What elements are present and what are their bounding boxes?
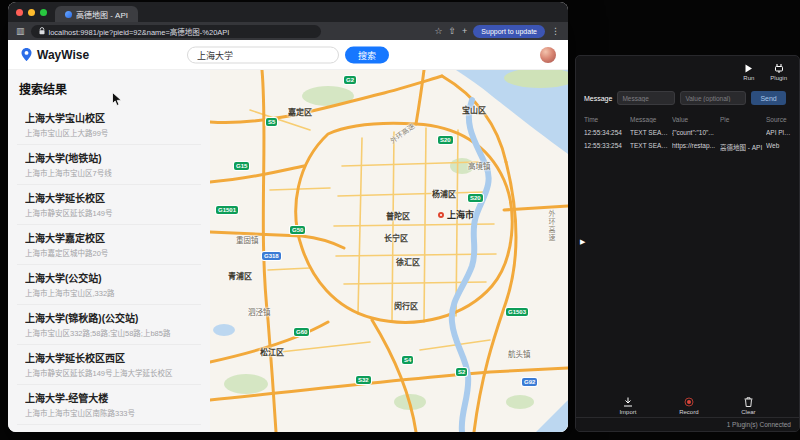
search-result-item[interactable]: 上海大学(锦秋路)(公交站) 上海市宝山区332路;58路;宝山58路;上b85… — [17, 305, 201, 345]
close-window-button[interactable] — [16, 9, 23, 16]
road-badge: S4 — [402, 356, 413, 364]
search-result-item[interactable]: 上海大学(公交站) 上海市上海市宝山区,332路 — [17, 265, 201, 305]
map-label: 普陀区 — [386, 210, 410, 221]
cell-value: https://restap... — [672, 142, 718, 152]
road-badge: G1501 — [216, 206, 238, 214]
search-button[interactable]: 搜索 — [345, 46, 389, 63]
result-title: 上海大学附属学校 — [25, 430, 193, 432]
road-badge: S20 — [468, 194, 483, 202]
map-label: 杨浦区 — [432, 188, 456, 199]
tab-favicon — [65, 11, 72, 18]
addressbar-actions: ☆ ⇧ + Support to update ⋮ — [434, 25, 560, 38]
plugin-button[interactable]: Plugin — [770, 64, 787, 81]
search-result-item[interactable]: 上海大学延长校区 上海市静安区延长路149号 — [17, 185, 201, 225]
result-title: 上海大学延长校区 — [25, 190, 193, 205]
window-controls — [16, 9, 47, 16]
result-address: 上海市静安区延长路149号 — [25, 207, 193, 218]
record-button[interactable]: Record — [679, 397, 698, 415]
highways — [210, 70, 568, 432]
message-compose-row: Message Send — [576, 85, 799, 109]
overflow-menu-icon[interactable]: ⋮ — [551, 27, 560, 36]
road-badge: G1503 — [506, 308, 528, 316]
road-badge: S32 — [356, 376, 371, 384]
lock-icon — [39, 27, 45, 35]
trash-icon — [744, 397, 753, 407]
browser-tabbar: 高德地图 - API — [8, 2, 568, 22]
send-button[interactable]: Send — [751, 91, 785, 105]
result-title: 上海大学-经管大楼 — [25, 390, 193, 405]
table-header-cell: Value — [672, 116, 718, 123]
road-badge: G60 — [294, 328, 309, 336]
road-badge: G92 — [522, 378, 537, 386]
clear-button[interactable]: Clear — [741, 397, 755, 415]
result-title: 上海大学宝山校区 — [25, 110, 193, 125]
run-button[interactable]: Run — [743, 64, 754, 81]
result-title: 上海大学嘉定校区 — [25, 230, 193, 245]
app-title: WayWise — [37, 48, 89, 62]
map-label: 青浦区 — [228, 270, 252, 281]
result-list: 上海大学宝山校区 上海市宝山区上大路99号 上海大学(地铁站) 上海市上海市宝山… — [17, 105, 201, 432]
map-label: 松江区 — [260, 346, 284, 357]
table-header-cell: Pie — [720, 116, 764, 123]
result-title: 上海大学(锦秋路)(公交站) — [25, 310, 193, 325]
table-row[interactable]: 12:55:34:254 TEXT SEARC... {"count":"10"… — [584, 126, 791, 139]
browser-addressbar: ▥ localhost:9981/pie?pieid=92&name=高德地图-… — [8, 22, 568, 40]
url-field[interactable]: localhost:9981/pie?pieid=92&name=高德地图-%2… — [31, 25, 321, 38]
search-result-item[interactable]: 上海大学宝山校区 上海市宝山区上大路99号 — [17, 105, 201, 145]
update-browser-button[interactable]: Support to update — [473, 25, 545, 38]
cell-message: TEXT SEARC... — [630, 129, 670, 136]
table-header-cell: Time — [584, 116, 628, 123]
plugin-debug-panel: Run Plugin Message Send TimeMessageValue… — [575, 55, 800, 432]
map-label: 嘉定区 — [288, 106, 312, 117]
map-label: 长宁区 — [384, 232, 408, 243]
map-basemap — [210, 70, 568, 432]
message-input[interactable] — [617, 91, 675, 105]
table-header-cell: Source — [766, 116, 791, 123]
play-icon — [744, 64, 753, 73]
cell-source: API Plugin — [766, 129, 791, 136]
search-result-item[interactable]: 上海大学延长校区西区 上海市静安区延长路149号上海大学延长校区 — [17, 345, 201, 385]
sidebar-toggle-icon[interactable]: ▥ — [16, 27, 25, 36]
road-badge: S5 — [266, 118, 277, 126]
share-icon[interactable]: ⇧ — [449, 27, 457, 36]
app-content: 搜索结果 上海大学宝山校区 上海市宝山区上大路99号 上海大学(地铁站) 上海市… — [8, 70, 568, 432]
search-result-item[interactable]: 上海大学-经管大楼 上海市上海市宝山区南陈路333号 — [17, 385, 201, 425]
map-label: 外环高速 — [546, 210, 556, 242]
map-label: 泗泾镇 — [248, 306, 271, 317]
result-address: 上海市上海市宝山区,332路 — [25, 287, 193, 298]
search-result-item[interactable]: 上海大学(地铁站) 上海市上海市宝山区7号线 — [17, 145, 201, 185]
browser-tab[interactable]: 高德地图 - API — [55, 6, 138, 22]
marker-dot-icon — [438, 212, 444, 218]
add-icon[interactable]: + — [462, 27, 467, 36]
maximize-window-button[interactable] — [40, 9, 47, 16]
plugin-status-bar: 1 Plugin(s) Connected — [576, 417, 799, 431]
map-label: 宝山区 — [462, 104, 486, 115]
cell-time: 12:55:33:254 — [584, 142, 628, 152]
user-avatar[interactable] — [540, 47, 556, 63]
table-row[interactable]: 12:55:33:254 TEXT SEARC... https://resta… — [584, 139, 791, 155]
road-badge: G15 — [234, 162, 249, 170]
minimize-window-button[interactable] — [28, 9, 35, 16]
search-results-panel: 搜索结果 上海大学宝山校区 上海市宝山区上大路99号 上海大学(地铁站) 上海市… — [8, 70, 210, 432]
plugin-status-text: 1 Plugin(s) Connected — [727, 421, 791, 428]
import-button[interactable]: Import — [619, 397, 636, 415]
search-input[interactable] — [187, 46, 339, 63]
city-marker[interactable]: 上海市 — [438, 208, 474, 221]
bookmark-icon[interactable]: ☆ — [434, 27, 442, 36]
expand-panel-arrow[interactable]: ▶ — [580, 238, 585, 246]
map-label: 航头镇 — [508, 348, 531, 359]
import-icon — [623, 397, 633, 407]
results-heading: 搜索结果 — [19, 80, 201, 97]
result-address: 上海市上海市宝山区7号线 — [25, 167, 193, 178]
panel-bottom-toolbar: Import Record Clear — [576, 397, 799, 415]
value-input[interactable] — [680, 91, 746, 105]
map-label: 闵行区 — [394, 300, 418, 311]
map-canvas[interactable]: 嘉定区 宝山区 高境镇 杨浦区 普陀区 长宁区 徐汇区 闵行区 重固镇 — [210, 70, 568, 432]
search-bar: 搜索 — [187, 46, 389, 63]
message-label: Message — [584, 95, 612, 102]
minor-roads — [250, 110, 496, 352]
search-result-item[interactable]: 上海大学附属学校 上海市宝山区锦秋路135号 — [17, 425, 201, 432]
search-result-item[interactable]: 上海大学嘉定校区 上海市嘉定区城中路20号 — [17, 225, 201, 265]
result-address: 上海市嘉定区城中路20号 — [25, 247, 193, 258]
cell-pie: 高德地图 - API — [720, 142, 764, 152]
